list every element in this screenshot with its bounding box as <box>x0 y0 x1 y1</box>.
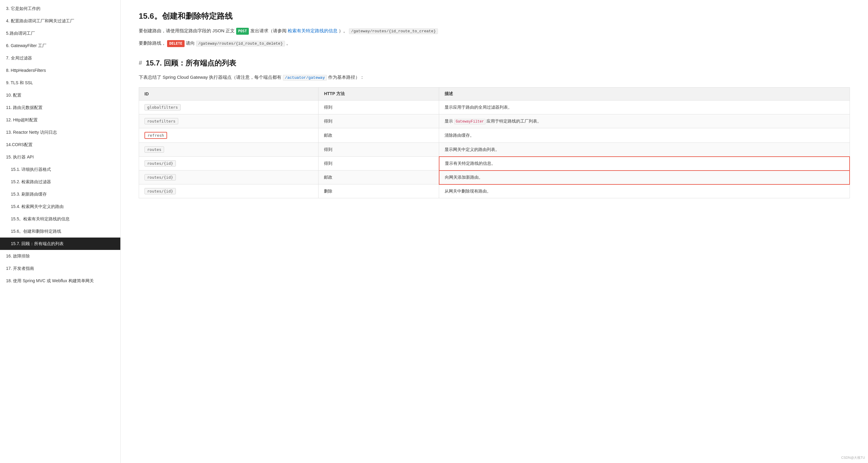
para1-before-link: 要创建路由，请使用指定路由字段的 JSON 正文 <box>139 28 235 33</box>
sidebar-item-item-14[interactable]: 14.CORS配置 <box>0 139 120 151</box>
cell-desc: 清除路由缓存。 <box>439 128 849 143</box>
cell-id: routes <box>139 143 318 157</box>
sidebar-item-item-15-7[interactable]: 15.7. 回顾：所有端点的列表 <box>0 237 120 250</box>
anchor-icon: # <box>139 59 142 66</box>
sidebar-item-item-15-5[interactable]: 15.5。检索有关特定路线的信息 <box>0 213 120 225</box>
sidebar-item-item-16[interactable]: 16. 故障排除 <box>0 250 120 262</box>
sidebar-item-item-15-4[interactable]: 15.4. 检索网关中定义的路由 <box>0 200 120 213</box>
para1-after2: ）。 <box>339 28 348 33</box>
cell-method: 得到 <box>318 100 439 114</box>
sidebar-item-item-18[interactable]: 18. 使用 Spring MVC 或 Webflux 构建简单网关 <box>0 274 120 287</box>
cell-desc: 从网关中删除现有路由。 <box>439 184 849 198</box>
sidebar: 3. 它是如何工作的4. 配置路由谓词工厂和网关过滤工厂5.路由谓词工厂6. G… <box>0 0 121 463</box>
cell-desc: 显示有关特定路线的信息。 <box>439 157 849 171</box>
cell-id: routes/{id} <box>139 184 318 198</box>
para1-link[interactable]: 检索有关特定路线的信息 <box>288 28 338 33</box>
cell-id: routes/{id} <box>139 171 318 184</box>
table-row: globalfilters得到显示应用于路由的全局过滤器列表。 <box>139 100 850 114</box>
col-method-header: HTTP 方法 <box>318 88 439 100</box>
sidebar-item-item-6[interactable]: 6. GatewayFilter 工厂 <box>0 39 120 52</box>
section-15-6-para1: 要创建路由，请使用指定路由字段的 JSON 正文 POST 发出请求（请参阅 检… <box>139 27 850 35</box>
cell-desc: 显示应用于路由的全局过滤器列表。 <box>439 100 849 114</box>
cell-id: routefilters <box>139 114 318 128</box>
sidebar-item-item-7[interactable]: 7. 全局过滤器 <box>0 52 120 64</box>
table-row: routes/{id}删除从网关中删除现有路由。 <box>139 184 850 198</box>
sidebar-item-item-8[interactable]: 8. HttpHeadersFilters <box>0 64 120 77</box>
para2-end: 。 <box>286 40 291 46</box>
sidebar-item-item-15-1[interactable]: 15.1. 详细执行器格式 <box>0 163 120 176</box>
sidebar-item-item-15-6[interactable]: 15.6。创建和删除特定路线 <box>0 225 120 237</box>
sidebar-item-item-11[interactable]: 11. 路由元数据配置 <box>0 102 120 114</box>
sidebar-item-item-15-3[interactable]: 15.3. 刷新路由缓存 <box>0 188 120 200</box>
table-row: routes/{id}得到显示有关特定路线的信息。 <box>139 157 850 171</box>
intro-after: 作为基本路径）： <box>328 75 364 80</box>
para2-after: 请向 <box>186 40 196 46</box>
sidebar-item-item-17[interactable]: 17. 开发者指南 <box>0 262 120 274</box>
col-desc-header: 描述 <box>439 88 849 100</box>
col-id-header: ID <box>139 88 318 100</box>
table-row: routes/{id}邮政向网关添加新路由。 <box>139 171 850 184</box>
sidebar-item-item-15-2[interactable]: 15.2. 检索路由过滤器 <box>0 176 120 188</box>
intro-before: 下表总结了 Spring Cloud Gateway 执行器端点（请注意，每个端… <box>139 75 281 80</box>
cell-id: globalfilters <box>139 100 318 114</box>
table-row: refresh邮政清除路由缓存。 <box>139 128 850 143</box>
sidebar-item-item-15[interactable]: 15. 执行器 API <box>0 151 120 163</box>
sidebar-item-item-13[interactable]: 13. Reactor Netty 访问日志 <box>0 126 120 139</box>
section-15-7-heading: # 15.7. 回顾：所有端点的列表 <box>139 58 850 68</box>
cell-method: 得到 <box>318 143 439 157</box>
table-row: routefilters得到显示 GatewayFilter 应用于特定路线的工… <box>139 114 850 128</box>
cell-method: 得到 <box>318 114 439 128</box>
cell-id: refresh <box>139 128 318 143</box>
endpoint-table: ID HTTP 方法 描述 globalfilters得到显示应用于路由的全局过… <box>139 87 850 198</box>
cell-method: 删除 <box>318 184 439 198</box>
cell-method: 邮政 <box>318 171 439 184</box>
post-method-badge: POST <box>236 28 249 35</box>
cell-id: routes/{id} <box>139 157 318 171</box>
intro-code: /actuator/gateway <box>283 75 327 81</box>
section-15-7-title: 15.7. 回顾：所有端点的列表 <box>146 58 236 68</box>
cell-desc: 向网关添加新路由。 <box>439 171 849 184</box>
para2-path-code: /gateway/routes/{id_route_to_delete} <box>196 41 285 47</box>
sidebar-item-item-5[interactable]: 5.路由谓词工厂 <box>0 27 120 39</box>
table-row: routes得到显示网关中定义的路由列表。 <box>139 143 850 157</box>
cell-desc: 显示 GatewayFilter 应用于特定路线的工厂列表。 <box>439 114 849 128</box>
section-15-7-intro: 下表总结了 Spring Cloud Gateway 执行器端点（请注意，每个端… <box>139 73 850 82</box>
para1-after-link: 发出请求（请参阅 <box>250 28 286 33</box>
delete-method-badge: DELETE <box>167 40 184 47</box>
cell-desc: 显示网关中定义的路由列表。 <box>439 143 849 157</box>
sidebar-item-item-10[interactable]: 10. 配置 <box>0 89 120 102</box>
cell-method: 得到 <box>318 157 439 171</box>
table-header-row: ID HTTP 方法 描述 <box>139 88 850 100</box>
para2-before: 要删除路线， <box>139 40 166 46</box>
sidebar-item-item-12[interactable]: 12. Http超时配置 <box>0 114 120 126</box>
para1-path-code: /gateway/routes/{id_route_to_create} <box>349 28 438 34</box>
sidebar-item-item-9[interactable]: 9. TLS 和 SSL <box>0 77 120 89</box>
section-15-6-para2: 要删除路线， DELETE 请向 /gateway/routes/{id_rou… <box>139 39 850 48</box>
sidebar-item-item-3[interactable]: 3. 它是如何工作的 <box>0 2 120 15</box>
cell-method: 邮政 <box>318 128 439 143</box>
section-15-6-heading: 15.6。创建和删除特定路线 <box>139 11 850 22</box>
sidebar-item-item-4[interactable]: 4. 配置路由谓词工厂和网关过滤工厂 <box>0 15 120 27</box>
main-content: 15.6。创建和删除特定路线 要创建路由，请使用指定路由字段的 JSON 正文 … <box>121 0 868 463</box>
